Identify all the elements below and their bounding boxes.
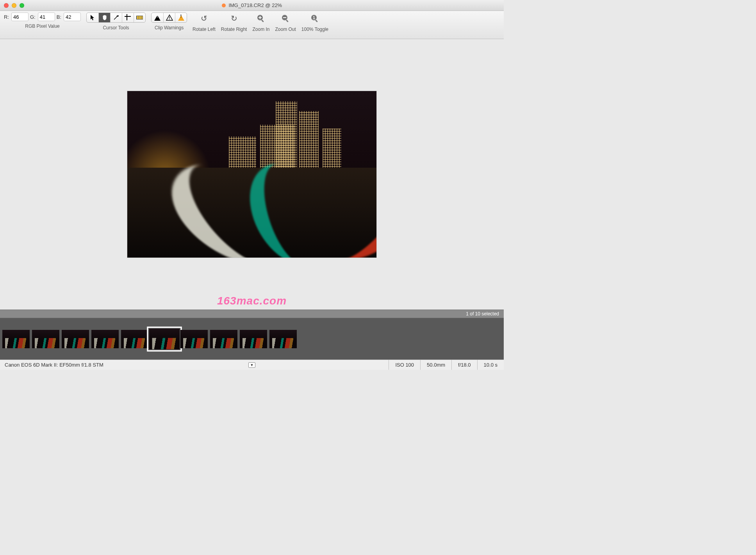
warning-triangle-outline-icon: ! bbox=[166, 14, 173, 21]
cursor-tools-group: Cursor Tools bbox=[86, 13, 146, 30]
preview-image bbox=[127, 91, 376, 258]
thumbnail-5[interactable] bbox=[149, 329, 180, 349]
eyedropper-icon bbox=[113, 14, 119, 21]
hundred-toggle-icon: 1 bbox=[310, 14, 319, 23]
iso-value: ISO 100 bbox=[389, 360, 420, 370]
thumbnail-1[interactable] bbox=[32, 330, 59, 348]
close-window-button[interactable] bbox=[4, 3, 9, 8]
pointer-tool-button[interactable] bbox=[87, 13, 98, 22]
b-label: B: bbox=[57, 14, 61, 20]
thumbnail-3[interactable] bbox=[91, 330, 119, 348]
thumbnail-2[interactable] bbox=[62, 330, 89, 348]
pointer-icon bbox=[90, 14, 95, 21]
hundred-toggle-label: 100% Toggle bbox=[301, 27, 328, 32]
rgb-group-label: RGB Pixel Value bbox=[25, 23, 59, 29]
rotate-left-label: Rotate Left bbox=[193, 27, 216, 32]
hand-icon bbox=[102, 14, 108, 21]
svg-rect-4 bbox=[286, 20, 289, 22]
thumbnail-7[interactable] bbox=[210, 330, 237, 348]
thumbnail-6[interactable] bbox=[180, 330, 208, 348]
midtone-clip-button[interactable]: ! bbox=[163, 13, 175, 22]
cursor-tools-label: Cursor Tools bbox=[103, 25, 129, 30]
status-bar: Canon EOS 6D Mark II: EF50mm f/1.8 STM ▼… bbox=[0, 360, 504, 370]
zoom-in-group: Zoom In bbox=[252, 13, 269, 32]
zoom-out-icon bbox=[281, 14, 290, 23]
svg-rect-6 bbox=[315, 20, 318, 22]
selection-count-bar: 1 of 10 selected bbox=[0, 310, 504, 318]
window-title: IMG_0718.CR2 @ 22% bbox=[0, 2, 504, 8]
crop-tool-button[interactable] bbox=[122, 13, 134, 22]
document-icon bbox=[222, 4, 226, 7]
r-value-input[interactable] bbox=[11, 13, 29, 21]
warning-triangle-black-icon: ! bbox=[154, 14, 161, 21]
window-titlebar: IMG_0718.CR2 @ 22% bbox=[0, 0, 504, 11]
thumbnail-strip[interactable] bbox=[0, 318, 504, 360]
selection-count-text: 1 of 10 selected bbox=[466, 311, 499, 317]
aperture-value: f/18.0 bbox=[451, 360, 477, 370]
zoom-out-label: Zoom Out bbox=[275, 27, 296, 32]
clip-warnings-segmented: ! ! ! bbox=[151, 13, 187, 23]
zoom-in-label: Zoom In bbox=[252, 27, 269, 32]
zoom-out-group: Zoom Out bbox=[275, 13, 296, 32]
highlight-clip-button[interactable]: ! bbox=[175, 13, 187, 22]
svg-text:!: ! bbox=[169, 16, 170, 20]
ruler-icon bbox=[136, 16, 143, 20]
ruler-tool-button[interactable] bbox=[134, 13, 145, 22]
b-value-input[interactable] bbox=[64, 13, 81, 21]
zoom-out-button[interactable] bbox=[278, 13, 293, 24]
rotate-right-label: Rotate Right bbox=[221, 27, 247, 32]
thumbnail-8[interactable] bbox=[240, 330, 267, 348]
cursor-tools-segmented bbox=[86, 13, 146, 23]
hundred-toggle-group: 1 100% Toggle bbox=[301, 13, 328, 32]
crop-icon bbox=[125, 15, 131, 20]
dropdown-indicator-icon[interactable]: ▼ bbox=[248, 362, 255, 368]
zoom-in-icon bbox=[256, 14, 266, 23]
g-value-input[interactable] bbox=[38, 13, 55, 21]
rotate-right-button[interactable]: ↻ bbox=[226, 13, 242, 24]
svg-text:1: 1 bbox=[313, 16, 316, 20]
hand-tool-button[interactable] bbox=[98, 13, 110, 22]
rotate-left-group: ↺ Rotate Left bbox=[193, 13, 216, 32]
zoom-window-button[interactable] bbox=[20, 3, 24, 8]
shutter-value: 10.0 s bbox=[477, 360, 504, 370]
camera-info: Canon EOS 6D Mark II: EF50mm f/1.8 STM bbox=[0, 362, 108, 368]
clip-warnings-label: Clip Warnings bbox=[155, 25, 184, 30]
thumbnail-0[interactable] bbox=[2, 330, 30, 348]
window-controls bbox=[4, 3, 24, 8]
rgb-pixel-value-group: R: G: B: RGB Pixel Value bbox=[4, 13, 81, 29]
rotate-right-group: ↻ Rotate Right bbox=[221, 13, 247, 32]
rotate-left-icon: ↺ bbox=[201, 14, 207, 23]
shadow-clip-button[interactable]: ! bbox=[152, 13, 163, 22]
svg-rect-2 bbox=[261, 20, 264, 22]
rotate-right-icon: ↻ bbox=[231, 14, 237, 23]
zoom-in-button[interactable] bbox=[253, 13, 269, 24]
g-label: G: bbox=[30, 14, 36, 20]
thumbnail-4[interactable] bbox=[121, 330, 148, 348]
rotate-left-button[interactable]: ↺ bbox=[196, 13, 212, 24]
toolbar: R: G: B: RGB Pixel Value bbox=[0, 11, 504, 39]
r-label: R: bbox=[4, 14, 9, 20]
focal-length-value: 50.0mm bbox=[420, 360, 451, 370]
eyedropper-tool-button[interactable] bbox=[110, 13, 122, 22]
hundred-toggle-button[interactable]: 1 bbox=[307, 13, 323, 24]
clip-warnings-group: ! ! ! Clip Warnings bbox=[151, 13, 187, 30]
thumbnail-9[interactable] bbox=[269, 330, 297, 348]
warning-triangle-amber-icon: ! bbox=[178, 14, 184, 21]
image-canvas-area[interactable] bbox=[0, 39, 504, 310]
minimize-window-button[interactable] bbox=[12, 3, 16, 8]
